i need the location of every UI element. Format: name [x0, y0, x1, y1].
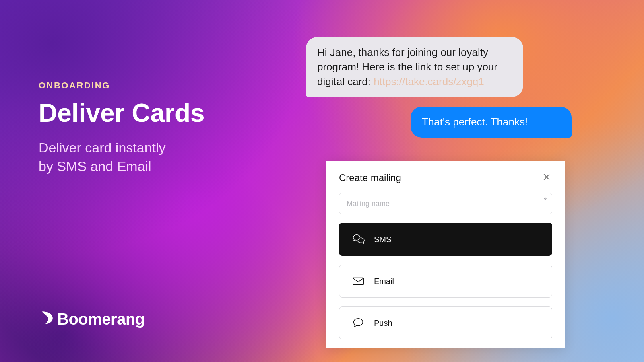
boomerang-icon — [39, 309, 56, 330]
svg-rect-2 — [353, 278, 363, 285]
close-icon — [542, 173, 551, 183]
subhead-line-2: by SMS and Email — [39, 158, 151, 174]
option-push-label: Push — [374, 319, 392, 328]
panel-title: Create mailing — [339, 172, 401, 183]
create-mailing-panel: Create mailing * SMS Emai — [326, 161, 565, 348]
option-push[interactable]: Push — [339, 306, 552, 339]
outgoing-message-text: That's perfect. Thanks! — [422, 116, 528, 128]
incoming-message-link: https://take.cards/zxgq1 — [374, 76, 484, 88]
eyebrow-label: ONBOARDING — [39, 80, 205, 91]
envelope-icon — [351, 274, 365, 288]
mailing-name-input[interactable] — [339, 193, 552, 214]
panel-header: Create mailing — [339, 172, 552, 183]
chat-bubble-incoming: Hi Jane, thanks for joining our loyalty … — [306, 37, 523, 97]
mailing-name-field[interactable]: * — [339, 193, 552, 214]
hero-copy: ONBOARDING Deliver Cards Deliver card in… — [39, 80, 205, 176]
option-sms-label: SMS — [374, 235, 391, 244]
option-email-label: Email — [374, 277, 394, 286]
brand-logo: Boomerang — [39, 309, 145, 330]
chat-bubble-outgoing: That's perfect. Thanks! — [411, 107, 572, 137]
close-button[interactable] — [541, 172, 552, 183]
option-sms[interactable]: SMS — [339, 223, 552, 256]
subhead-line-1: Deliver card instantly — [39, 140, 166, 155]
required-indicator: * — [544, 196, 547, 205]
option-email[interactable]: Email — [339, 265, 552, 298]
chat-bubbles-icon — [351, 232, 365, 246]
subheadline: Deliver card instantly by SMS and Email — [39, 139, 205, 176]
headline: Deliver Cards — [39, 100, 205, 127]
chat-preview: Hi Jane, thanks for joining our loyalty … — [306, 37, 572, 147]
brand-name: Boomerang — [57, 310, 145, 328]
speech-bubble-icon — [351, 316, 365, 330]
